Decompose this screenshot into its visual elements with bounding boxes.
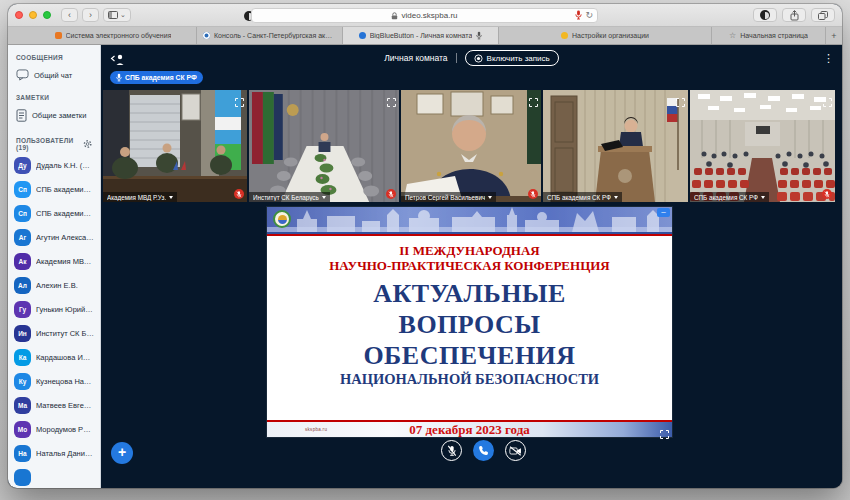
fullscreen-icon[interactable] — [235, 93, 244, 102]
webcam-tile-spb-hall[interactable]: СПБ академия СК РФ — [690, 90, 835, 202]
participant-row[interactable]: ИнИнститут СК Бел... — [8, 321, 100, 345]
participant-row[interactable]: ДуДудаль К.Н. (Вы) — [8, 153, 100, 177]
close-window-button[interactable] — [15, 11, 23, 19]
tab-audio-icon — [476, 31, 482, 40]
fullscreen-icon[interactable] — [387, 93, 396, 102]
chevron-down-icon — [322, 196, 326, 199]
participant-row[interactable]: КуКузнецова Натал... — [8, 369, 100, 393]
participant-row[interactable]: КаКардашова Ирин... — [8, 345, 100, 369]
webcam-label[interactable]: Академия МВД Р.Уз. — [103, 192, 177, 202]
sidebar-icon — [108, 11, 118, 19]
webcam-tile-academy-mvd[interactable]: Академия МВД Р.Уз. — [103, 90, 247, 202]
participant-row[interactable]: АлАлехин Е.В. — [8, 273, 100, 297]
slide-footer-url: skspba.ru — [305, 427, 327, 432]
webcam-name: Институт СК Беларусь — [253, 194, 319, 201]
participant-name: СПБ академия С... — [36, 209, 94, 218]
participant-name: Матвеев Евгений... — [36, 401, 94, 410]
tab-title: BigBlueButton - Личная комната — [370, 32, 473, 39]
star-icon: ☆ — [729, 31, 736, 40]
share-icon — [790, 10, 799, 21]
fullscreen-icon[interactable] — [823, 93, 832, 102]
tab-title: Система электронного обучения — [66, 32, 172, 39]
avatar: Сп — [14, 181, 31, 198]
divider — [456, 53, 457, 63]
record-label: Включить запись — [487, 54, 550, 63]
action-bar — [101, 440, 842, 462]
new-tab-button[interactable]: + — [826, 27, 842, 44]
participant-row[interactable]: СпСПБ академия С... — [8, 177, 100, 201]
fullscreen-icon[interactable] — [529, 93, 538, 102]
share-button[interactable] — [782, 8, 806, 22]
yellow-app-icon — [561, 32, 568, 39]
participant-row[interactable]: АкАкадемия МВД Р... — [8, 249, 100, 273]
talking-indicator[interactable]: СПБ академия СК РФ — [110, 71, 203, 84]
minimize-presentation-button[interactable]: – — [657, 208, 670, 217]
minimize-window-button[interactable] — [29, 11, 37, 19]
toolbar-right — [753, 8, 835, 22]
participant-name: Дудаль К.Н. (Вы) — [36, 161, 94, 170]
tab-elearning[interactable]: Система электронного обучения — [30, 27, 197, 44]
tab-console[interactable]: Консоль - Санкт-Петербургская академия С… — [197, 27, 343, 44]
share-webcam-button[interactable] — [505, 440, 526, 461]
participant-row[interactable]: НаНаталья Данилова — [8, 441, 100, 465]
webcam-strip: Академия МВД Р.Уз. — [101, 90, 842, 202]
slide-title-line1: АКТУАЛЬНЫЕ — [267, 278, 672, 309]
gear-icon[interactable] — [83, 139, 92, 149]
presentation-slide[interactable]: II МЕЖДУНАРОДНАЯ НАУЧНО-ПРАКТИЧЕСКАЯ КОН… — [267, 207, 672, 437]
address-bar[interactable]: video.skspba.ru ↻ — [251, 8, 598, 23]
public-chat-item[interactable]: Общий чат — [8, 64, 100, 86]
extension-icon[interactable] — [753, 8, 777, 22]
forward-button[interactable]: › — [82, 8, 99, 22]
participant-row[interactable]: МоМородумов Ринат — [8, 417, 100, 441]
presentation-fullscreen-icon[interactable] — [660, 425, 669, 434]
browser-titlebar: ‹ › ⌄ video.skspba.ru ↻ — [8, 4, 842, 27]
console-icon — [203, 32, 210, 39]
shared-notes-item[interactable]: Общие заметки — [8, 104, 100, 127]
tab-overview-button[interactable] — [811, 8, 835, 22]
tab-org-settings[interactable]: Настройки организации — [499, 27, 712, 44]
webcam-tile-sk-belarus[interactable]: Институт СК Беларусь — [249, 90, 399, 202]
webcam-name: Академия МВД Р.Уз. — [107, 194, 166, 201]
slide-subtitle: НАЦИОНАЛЬНОЙ БЕЗОПАСНОСТИ — [267, 371, 672, 388]
chevron-down-icon — [169, 196, 173, 199]
notes-header: ЗАМЕТКИ — [8, 91, 100, 104]
participant-name: Институт СК Бел... — [36, 329, 94, 338]
options-menu-button[interactable]: ⋮ — [823, 50, 834, 66]
participant-row[interactable]: АгАгутин Александ... — [8, 225, 100, 249]
start-recording-button[interactable]: Включить запись — [465, 50, 559, 66]
webcam-label[interactable]: СПБ академия СК РФ — [543, 192, 622, 202]
webcam-tile-spb-speaker[interactable]: СПБ академия СК РФ — [543, 90, 688, 202]
back-button[interactable]: ‹ — [61, 8, 78, 22]
avatar: Ма — [14, 397, 31, 414]
reload-icon[interactable]: ↻ — [585, 10, 593, 20]
webcam-label[interactable]: Петров Сергей Васильевич — [401, 192, 496, 202]
participant-row[interactable]: ГуГунькин Юрий Ив... — [8, 297, 100, 321]
tab-start-page[interactable]: ☆ Начальная страница — [712, 27, 826, 44]
webcam-label[interactable]: Институт СК Беларусь — [249, 192, 330, 202]
tab-bigbluebutton-active[interactable]: BigBlueButton - Личная комната — [343, 27, 499, 44]
participant-row[interactable]: СпСПБ академия С... — [8, 201, 100, 225]
public-chat-label: Общий чат — [34, 71, 72, 80]
chat-icon — [16, 69, 29, 81]
leave-audio-button[interactable] — [473, 440, 494, 461]
webcam-label[interactable]: СПБ академия СК РФ — [690, 192, 769, 202]
sidebar-toggle-button[interactable]: ⌄ — [103, 8, 131, 22]
zoom-window-button[interactable] — [43, 11, 51, 19]
participant-row[interactable] — [8, 465, 100, 488]
participant-name: Кардашова Ирин... — [36, 353, 94, 362]
muted-mic-icon — [386, 189, 396, 199]
desktop: ‹ › ⌄ video.skspba.ru ↻ — [0, 0, 850, 500]
room-title: Личная комната — [384, 53, 447, 63]
webcam-tile-petrov[interactable]: Петров Сергей Васильевич — [401, 90, 541, 202]
webcam-video — [690, 90, 835, 202]
meeting-main: Личная комната Включить запись ⋮ СПБ ака… — [101, 45, 842, 488]
avatar: Мо — [14, 421, 31, 438]
fullscreen-icon[interactable] — [676, 93, 685, 102]
participant-row[interactable]: МаМатвеев Евгений... — [8, 393, 100, 417]
url-text: video.skspba.ru — [401, 11, 457, 20]
users-header: ПОЛЬЗОВАТЕЛИ (19) — [16, 137, 83, 151]
avatar: Ду — [14, 157, 31, 174]
actions-plus-button[interactable]: + — [111, 442, 133, 464]
chevron-down-icon — [614, 196, 618, 199]
mute-button[interactable] — [441, 440, 462, 461]
